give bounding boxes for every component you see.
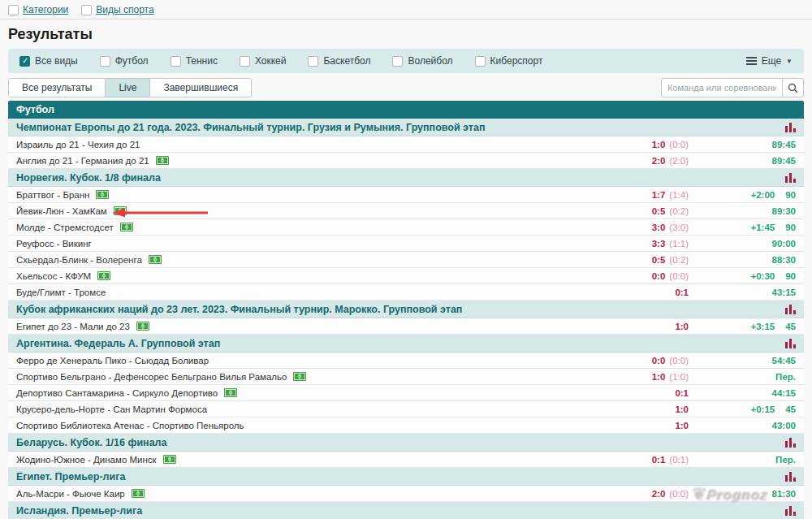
search-input[interactable]	[661, 78, 783, 97]
top-nav: Категории Виды спорта	[0, 0, 812, 19]
match-score-halftime: (0:0)	[669, 140, 689, 149]
sport-filter-item[interactable]: Все виды	[19, 55, 78, 67]
league-title[interactable]: Исландия. Премьер-лига	[16, 505, 785, 517]
sport-filter-label: Хоккей	[255, 55, 287, 67]
sport-types-toggle[interactable]: Виды спорта	[81, 4, 153, 15]
league-title[interactable]: Кубок африканских наций до 23 лет. 2023.…	[16, 304, 785, 315]
live-stream-pitch-icon	[132, 487, 145, 501]
sport-filter-item[interactable]: Хоккей	[240, 55, 287, 67]
sport-filter-bar: Все видыФутболТеннисХоккейБаскетболВолей…	[8, 49, 804, 73]
match-row[interactable]: Депортиво Сантамарина - Сиркуло Депортив…	[8, 385, 804, 401]
search-button[interactable]	[783, 78, 804, 97]
match-row[interactable]: Буде/Глимт - Тромсе0:143:15	[8, 284, 804, 301]
match-row[interactable]: Жодино-Южное - Динамо Минск0:1(0:1)Пер.	[8, 452, 804, 468]
league-title[interactable]: Беларусь. Кубок. 1/16 финала	[16, 437, 785, 448]
sport-filter-item[interactable]: Теннис	[171, 55, 218, 67]
match-teams: Йевик-Люн - ХамКам	[16, 206, 107, 216]
sport-section-header[interactable]: Футбол	[8, 101, 804, 119]
match-row[interactable]: Схьердал-Блинк - Волеренга0:5(0:2)88:30	[8, 252, 804, 268]
match-row[interactable]: Аль-Масри - Фьюче Каир2:0(0:0)81:30	[8, 486, 804, 502]
statistics-bar-chart-icon[interactable]	[785, 437, 796, 448]
match-score: 3:3(1:1)	[652, 239, 689, 249]
match-score-main: 0:1	[675, 388, 689, 398]
tab-finished[interactable]: Завершившиеся	[149, 79, 251, 97]
match-row[interactable]: Йевик-Люн - ХамКам0:5(0:2)89:30	[8, 203, 804, 219]
match-time: +2:0090	[689, 190, 796, 200]
sport-filter-checkbox[interactable]	[100, 56, 110, 67]
match-teams-wrap: Молде - Стремсгодсет	[16, 220, 652, 235]
match-teams-wrap: Браттвог - Бранн	[16, 188, 652, 202]
statistics-bar-chart-icon[interactable]	[785, 172, 796, 183]
league-title[interactable]: Аргентина. Федераль А. Групповой этап	[16, 338, 785, 349]
sport-filter-label: Волейбол	[408, 55, 452, 67]
statistics-bar-chart-icon[interactable]	[785, 122, 796, 132]
sport-filter-checkbox[interactable]	[475, 56, 486, 67]
sport-filter-checkbox[interactable]	[240, 56, 250, 67]
sport-filter-label: Футбол	[115, 55, 149, 67]
league-title[interactable]: Египет. Премьер-лига	[16, 471, 785, 482]
sport-filter-checkbox[interactable]	[308, 56, 318, 67]
league-header: Беларусь. Кубок. 1/16 финала	[8, 434, 804, 452]
tab-live[interactable]: Live	[105, 79, 149, 97]
sport-filter-checkbox[interactable]	[171, 56, 181, 67]
match-clock: Пер.	[775, 455, 796, 465]
sport-types-checkbox[interactable]	[81, 5, 92, 15]
match-row[interactable]: Браттвог - Бранн1:7(1:4)+2:0090	[8, 187, 804, 203]
match-score-main: 2:0	[652, 156, 666, 166]
match-clock: 89:45	[772, 140, 796, 149]
match-row[interactable]: Молде - Стремсгодсет3:0(3:0)+1:4590	[8, 219, 804, 236]
match-score: 1:7(1:4)	[652, 190, 689, 200]
tab-all-results[interactable]: Все результаты	[9, 79, 105, 97]
match-row[interactable]: Израиль до 21 - Чехия до 211:0(0:0)89:45	[8, 136, 804, 153]
match-score-halftime: (0:1)	[669, 455, 689, 465]
categories-checkbox[interactable]	[8, 5, 19, 15]
categories-toggle[interactable]: Категории	[8, 4, 68, 15]
sport-filter-item[interactable]: Футбол	[100, 55, 149, 67]
match-time: Пер.	[689, 372, 796, 382]
match-teams-wrap: Йевик-Люн - ХамКам	[16, 204, 652, 218]
match-row[interactable]: Реуфосс - Викинг3:3(1:1)90:00	[8, 236, 804, 252]
sport-filter-checkbox[interactable]	[19, 56, 30, 67]
sport-filter-item[interactable]: Киберспорт	[475, 55, 543, 67]
sport-filter-item[interactable]: Волейбол	[392, 55, 452, 67]
match-clock: 90	[785, 223, 796, 232]
results-page: Категории Виды спорта Результаты Все вид…	[0, 0, 812, 519]
live-stream-pitch-icon	[97, 269, 110, 283]
match-time: +1:4590	[689, 223, 796, 232]
match-row[interactable]: Англия до 21 - Германия до 212:0(2:0)89:…	[8, 153, 804, 169]
match-teams-wrap: Аль-Масри - Фьюче Каир	[16, 487, 652, 501]
match-teams: Англия до 21 - Германия до 21	[16, 156, 149, 166]
sport-filter-checkbox[interactable]	[392, 56, 403, 67]
match-teams-wrap: Англия до 21 - Германия до 21	[16, 154, 652, 168]
match-score-main: 2:0	[652, 489, 666, 499]
sport-filter-item[interactable]: Баскетбол	[308, 55, 370, 67]
match-row[interactable]: Хьельсос - КФУМ0:0(0:0)+0:3090	[8, 268, 804, 284]
chevron-down-icon: ▼	[786, 58, 793, 65]
league-title[interactable]: Норвегия. Кубок. 1/8 финала	[16, 172, 785, 184]
match-row[interactable]: Спортиво Бельграно - Дефенсорес Бельгран…	[8, 369, 804, 385]
statistics-bar-chart-icon[interactable]	[785, 505, 796, 516]
match-teams: Крусеро-дель-Норте - Сан Мартин Формоса	[16, 404, 207, 414]
match-clock: 90:00	[772, 239, 796, 249]
match-teams-wrap: Спортиво Бельграно - Дефенсорес Бельгран…	[16, 370, 652, 384]
match-clock: 43:15	[772, 288, 796, 297]
match-added-time: +0:30	[750, 271, 775, 281]
match-teams: Израиль до 21 - Чехия до 21	[16, 140, 140, 149]
league-title[interactable]: Чемпионат Европы до 21 года. 2023. Финал…	[16, 122, 785, 133]
live-stream-pitch-icon	[224, 386, 237, 400]
match-row[interactable]: Крусеро-дель-Норте - Сан Мартин Формоса1…	[8, 401, 804, 417]
statistics-bar-chart-icon[interactable]	[785, 304, 796, 314]
more-button[interactable]: Еще ▼	[746, 55, 793, 67]
match-teams-wrap: Реуфосс - Викинг	[16, 239, 652, 249]
match-row[interactable]: Египет до 23 - Мали до 231:0+3:1545	[8, 318, 804, 335]
sport-types-link[interactable]: Виды спорта	[96, 4, 153, 15]
categories-link[interactable]: Категории	[23, 4, 68, 15]
match-score-main: 0:1	[675, 288, 689, 297]
live-stream-pitch-icon	[114, 204, 127, 218]
search-box	[661, 78, 804, 97]
match-teams: Депортиво Сантамарина - Сиркуло Депортив…	[16, 388, 218, 398]
statistics-bar-chart-icon[interactable]	[785, 471, 796, 482]
statistics-bar-chart-icon[interactable]	[785, 338, 796, 348]
match-row[interactable]: Ферро де Хенераль Пико - Сьюдад Боливар0…	[8, 352, 804, 369]
match-row[interactable]: Спортиво Библиотека Атенас - Спортиво Пе…	[8, 417, 804, 434]
